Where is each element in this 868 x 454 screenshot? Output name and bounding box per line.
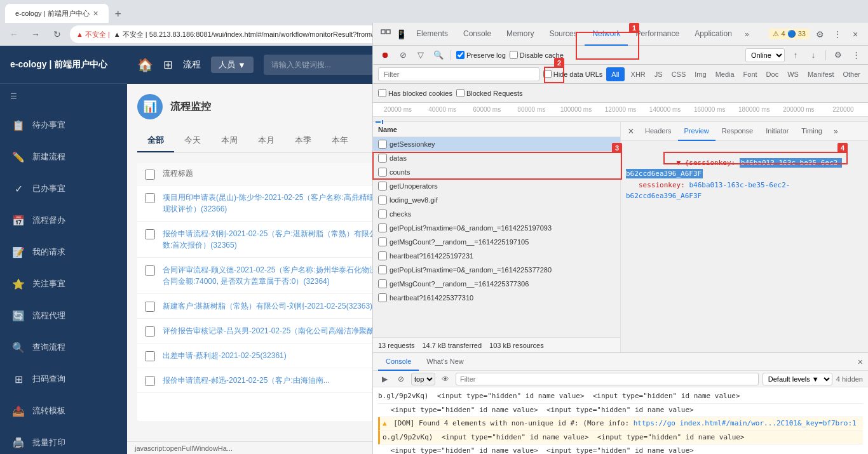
sidebar-item-my-request[interactable]: 📝 我的请求 — [0, 236, 127, 268]
console-tab-console[interactable]: Console — [378, 353, 419, 371]
detail-tab-headers[interactable]: Headers — [639, 122, 678, 141]
console-tab-whatsnew[interactable]: What's New — [419, 353, 471, 371]
row-checkbox-3[interactable] — [145, 265, 155, 276]
detail-tab-timing[interactable]: Timing — [795, 122, 829, 141]
sidebar-item-qr-scan[interactable]: ⊞ 扫码查询 — [0, 363, 127, 395]
device-toggle-btn[interactable]: 📱 — [393, 27, 409, 42]
tab-year[interactable]: 本年 — [322, 130, 358, 152]
network-item-check[interactable] — [378, 140, 387, 149]
row-checkbox-5[interactable] — [145, 326, 155, 337]
console-filter-input[interactable] — [456, 373, 759, 385]
grid-btn[interactable]: ⊞ — [163, 58, 173, 72]
network-item-counts[interactable]: counts — [373, 165, 620, 179]
devtools-tab-memory[interactable]: Memory — [499, 23, 541, 46]
tab-today[interactable]: 今天 — [174, 130, 211, 152]
sidebar-item-batch-print[interactable]: 🖨️ 批量打印 — [0, 427, 127, 454]
network-item-datas[interactable]: datas — [373, 151, 620, 165]
sidebar-item-transfer[interactable]: 📤 流转模板 — [0, 395, 127, 427]
detail-tab-response[interactable]: Response — [715, 122, 760, 141]
filter-js[interactable]: JS — [652, 70, 665, 78]
console-context-select[interactable]: top — [411, 373, 435, 385]
console-stop-btn[interactable]: ⊘ — [395, 373, 407, 385]
network-item-getSessionkey[interactable]: getSessionkey — [373, 137, 620, 151]
row-checkbox-7[interactable] — [145, 376, 155, 386]
network-item-heartbeat2[interactable]: heartbeat?1614225377310 — [373, 291, 620, 305]
devtools-tab-sources[interactable]: Sources — [541, 23, 585, 46]
console-run-btn[interactable]: ▶ — [378, 373, 391, 385]
sidebar-item-attention[interactable]: ⭐ 关注事宜 — [0, 268, 127, 300]
detail-tab-initiator[interactable]: Initiator — [759, 122, 795, 141]
devtools-tab-elements[interactable]: Elements — [409, 23, 456, 46]
select-all-checkbox[interactable] — [145, 170, 155, 180]
devtools-more-btn[interactable]: ⋮ — [830, 27, 845, 42]
network-item-check[interactable] — [378, 196, 387, 204]
export-har-btn[interactable]: ↓ — [806, 48, 820, 62]
filter-all-btn[interactable]: All — [606, 67, 624, 81]
devtools-settings-btn[interactable]: ⚙ — [812, 27, 827, 42]
flow-label[interactable]: 流程 — [183, 59, 201, 70]
stop-btn[interactable]: ⊘ — [396, 48, 410, 62]
detail-tab-preview[interactable]: Preview — [678, 122, 715, 141]
filter-ws[interactable]: WS — [785, 70, 801, 78]
network-item-getPopList2[interactable]: getPopList?maxtime=0&_random_=1614225377… — [373, 263, 620, 277]
console-eye-btn[interactable]: 👁 — [439, 373, 452, 385]
detail-more-tabs[interactable]: » — [829, 127, 843, 136]
network-item-check[interactable] — [378, 168, 387, 177]
filter-doc[interactable]: Doc — [764, 70, 782, 78]
tab-quarter[interactable]: 本季 — [285, 130, 322, 152]
filter-input[interactable] — [378, 67, 539, 81]
blocked-cookies-checkbox[interactable]: Has blocked cookies — [378, 89, 452, 97]
search-btn[interactable]: 🔍 — [431, 48, 445, 62]
filter-img[interactable]: Img — [692, 70, 709, 78]
row-link-4[interactable]: 新建客户:湛新树脂（常熟）有限公司-刘刚-2021-02-25(32363) — [163, 302, 372, 310]
sidebar-item-flow-agent[interactable]: 🔄 流程代理 — [0, 300, 127, 331]
refresh-btn[interactable]: ↻ — [48, 25, 66, 43]
row-checkbox-1[interactable] — [145, 193, 155, 203]
more-btn2[interactable]: ⋮ — [849, 48, 863, 62]
filter-btn[interactable]: ▽ — [414, 48, 428, 62]
row-checkbox-6[interactable] — [145, 351, 155, 361]
filter-media[interactable]: Media — [713, 70, 737, 78]
disable-cache-checkbox[interactable]: Disable cache — [510, 51, 564, 59]
home-btn[interactable]: 🏠 — [137, 57, 153, 72]
network-item-check[interactable] — [378, 279, 387, 288]
network-item-loding[interactable]: loding_wev8.gif — [373, 193, 620, 207]
network-item-checks[interactable]: checks — [373, 207, 620, 221]
sidebar-item-done[interactable]: ✓ 已办事宜 — [0, 173, 127, 204]
network-item-getMsgCount1[interactable]: getMsgCount?__random__=1614225197105 — [373, 235, 620, 249]
back-btn[interactable]: ← — [5, 25, 23, 43]
tab-all[interactable]: 全部 — [137, 130, 174, 152]
throttle-select[interactable]: Online — [745, 48, 785, 62]
devtools-tab-console[interactable]: Console — [456, 23, 499, 46]
network-item-check[interactable] — [378, 265, 387, 274]
people-menu[interactable]: 人员 ▼ — [211, 57, 254, 73]
forward-btn[interactable]: → — [27, 25, 44, 43]
hide-data-urls-checkbox[interactable]: Hide data URLs — [543, 70, 603, 78]
sidebar-item-flow-remind[interactable]: 📅 流程督办 — [0, 204, 127, 236]
sidebar-item-pending[interactable]: 📋 待办事宜 — [0, 109, 127, 141]
filter-font[interactable]: Font — [741, 70, 760, 78]
record-btn[interactable]: ⏺ — [378, 48, 392, 62]
network-item-check[interactable] — [378, 251, 387, 260]
tab-month[interactable]: 本月 — [248, 130, 285, 152]
filter-other[interactable]: Other — [840, 70, 863, 78]
console-close-btn[interactable]: × — [858, 357, 863, 367]
network-item-check[interactable] — [378, 154, 387, 163]
row-checkbox-2[interactable] — [145, 229, 155, 239]
row-checkbox-4[interactable] — [145, 302, 155, 312]
network-item-check[interactable] — [378, 210, 387, 218]
warning-link[interactable]: https://go index.html#/main/wor...2C101&… — [634, 419, 857, 427]
devtools-close-btn[interactable]: × — [848, 27, 863, 42]
sidebar-item-search-flow[interactable]: 🔍 查询流程 — [0, 331, 127, 363]
blocked-requests-checkbox[interactable]: Blocked Requests — [456, 89, 523, 97]
filter-css[interactable]: CSS — [669, 70, 689, 78]
console-levels-select[interactable]: Default levels ▼ — [763, 373, 832, 385]
sidebar-item-new-flow[interactable]: ✏️ 新建流程 — [0, 141, 127, 173]
row-link-7[interactable]: 报价申请流程-郝迅-2021-02-25（客户:由海油南... — [163, 376, 330, 385]
filter-manifest[interactable]: Manifest — [805, 70, 837, 78]
devtools-tab-application[interactable]: Application — [687, 23, 740, 46]
row-link-6[interactable]: 出差申请-蔡利超-2021-02-25(32361) — [163, 351, 287, 360]
devtools-tab-network[interactable]: Network — [585, 23, 628, 46]
network-item-check[interactable] — [378, 293, 387, 302]
network-item-check[interactable] — [378, 182, 387, 190]
